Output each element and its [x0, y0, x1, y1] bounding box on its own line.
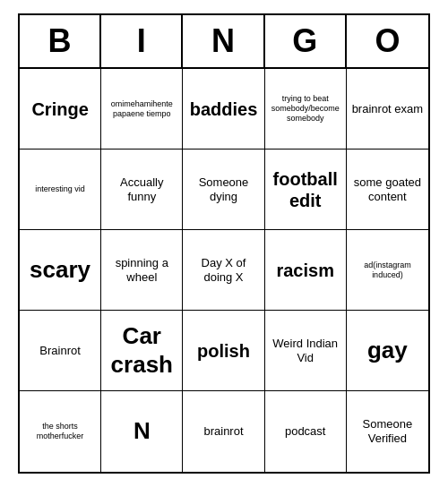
bingo-cell: Someone Verified	[347, 391, 428, 472]
bingo-cell: spinning a wheel	[101, 230, 183, 311]
bingo-cell: polish	[183, 311, 264, 391]
bingo-letter: I	[101, 15, 183, 67]
bingo-cell: Cringe	[20, 69, 101, 150]
bingo-cell: Brainrot	[20, 311, 101, 391]
bingo-cell: interesting vid	[20, 150, 101, 230]
bingo-card: BINGO Cringeomimehamihente papaene tiemp…	[18, 13, 430, 474]
bingo-cell: trying to beat somebody/become somebody	[265, 69, 347, 150]
bingo-cell: baddies	[183, 69, 264, 150]
bingo-cell: football edit	[265, 150, 347, 230]
bingo-cell: Car crash	[101, 311, 183, 391]
bingo-cell: the shorts motherfucker	[20, 391, 101, 472]
bingo-cell: scary	[20, 230, 101, 311]
bingo-cell: Weird Indian Vid	[265, 311, 347, 391]
bingo-cell: brainrot	[183, 391, 264, 472]
bingo-cell: some goated content	[347, 150, 428, 230]
bingo-cell: N	[101, 391, 183, 472]
bingo-cell: podcast	[265, 391, 347, 472]
bingo-letter: G	[265, 15, 347, 67]
bingo-cell: ad(instagram induced)	[347, 230, 428, 311]
bingo-cell: gay	[347, 311, 428, 391]
bingo-cell: Someone dying	[183, 150, 264, 230]
bingo-letter: B	[20, 15, 101, 67]
bingo-cell: Accually funny	[101, 150, 183, 230]
bingo-letter: O	[347, 15, 428, 67]
bingo-cell: Day X of doing X	[183, 230, 264, 311]
bingo-cell: racism	[265, 230, 347, 311]
bingo-header: BINGO	[20, 15, 428, 69]
bingo-cell: brainrot exam	[347, 69, 428, 150]
bingo-grid: Cringeomimehamihente papaene tiempobaddi…	[20, 69, 428, 472]
bingo-letter: N	[183, 15, 264, 67]
bingo-cell: omimehamihente papaene tiempo	[101, 69, 183, 150]
